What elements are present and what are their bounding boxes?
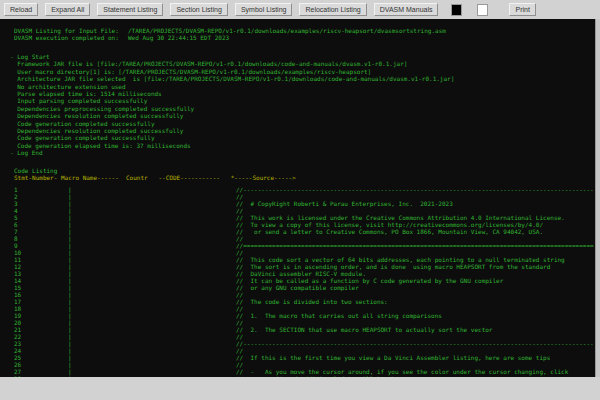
- source-text: //: [236, 305, 243, 312]
- expand-all-button[interactable]: Expand All: [45, 3, 90, 16]
- source-text: //: [236, 319, 243, 326]
- code-listing-row[interactable]: 7 | // or send a letter to Creative Comm…: [10, 228, 594, 235]
- code-listing-row[interactable]: 5 | // This work is licensed under the C…: [10, 214, 594, 221]
- macro-column-bar: |: [64, 263, 236, 270]
- code-listing-row[interactable]: 16 | //: [10, 291, 594, 298]
- statement-number: 28: [10, 375, 64, 377]
- log-line: Parse elapsed time is: 1514 milliseconds: [10, 90, 454, 97]
- statement-number: 6: [10, 221, 64, 228]
- file-info-value: /TAREA/PROJECTS/DVASM-REPO/v1-r0.1/downl…: [128, 27, 446, 34]
- statement-number: 9: [10, 242, 64, 249]
- log-line: User macro directory[1] is: [/TAREA/PROJ…: [10, 68, 454, 75]
- code-listing-row[interactable]: 26 | //: [10, 361, 594, 368]
- statement-number: 23: [10, 340, 64, 347]
- macro-column-bar: |: [64, 333, 236, 340]
- macro-column-bar: |: [64, 361, 236, 368]
- dvasm-manuals-button[interactable]: DVASM Manuals: [374, 3, 439, 16]
- statement-listing-button[interactable]: Statement Listing: [97, 3, 163, 16]
- macro-column-bar: |: [64, 228, 236, 235]
- code-listing-row[interactable]: 19 | // 1. The macro that carries out al…: [10, 312, 594, 319]
- file-info-block: DVASM Listing for Input File: /TAREA/PRO…: [10, 27, 446, 42]
- code-listing-row[interactable]: 13 | // DaVinci assembler RISC-V module.: [10, 270, 594, 277]
- macro-column-bar: |: [64, 368, 236, 375]
- source-text: // 1. The macro that carries out all str…: [236, 312, 442, 319]
- source-text: //: [236, 193, 243, 200]
- scrollbar[interactable]: [595, 19, 600, 377]
- log-line: Input parsing completed successfully: [10, 97, 454, 104]
- source-text: // To view a copy of this license, visit…: [236, 221, 543, 228]
- source-text: //: [236, 235, 243, 242]
- macro-column-bar: |: [64, 214, 236, 221]
- code-listing-row[interactable]: 2 | //: [10, 193, 594, 200]
- source-text: // # CopyRight Roberti & Parau Enterpris…: [236, 200, 453, 207]
- file-info-value: Wed Aug 30 22:44:15 EDT 2023: [128, 34, 229, 41]
- code-listing-row[interactable]: 14 | // It can be called as a function b…: [10, 277, 594, 284]
- statement-number: 14: [10, 277, 64, 284]
- code-listing-header: Code Listing Stmt-Number- Macro Name----…: [10, 167, 296, 182]
- code-listing-columns-header: Stmt-Number- Macro Name------ Countr --C…: [10, 174, 296, 181]
- code-listing-row[interactable]: 23 | //---------------------------------…: [10, 340, 594, 347]
- code-listing-row[interactable]: 3 | // # CopyRight Roberti & Parau Enter…: [10, 200, 594, 207]
- statement-number: 26: [10, 361, 64, 368]
- code-listing-row[interactable]: 10 | //: [10, 249, 594, 256]
- code-listing: 1 | //----------------------------------…: [10, 186, 594, 377]
- log-line: Framework JAR file is [file:/TAREA/PROJE…: [10, 60, 454, 67]
- code-listing-row[interactable]: 25 | // If this is the first time you vi…: [10, 354, 594, 361]
- source-text: //: [236, 249, 243, 256]
- source-text: // - As you move the cursor around, if y…: [236, 368, 568, 375]
- black-color-swatch-button[interactable]: [451, 4, 462, 16]
- relocation-listing-button[interactable]: Relocation Listing: [299, 3, 366, 16]
- file-info-label: DVASM Listing for Input File:: [10, 27, 128, 34]
- statement-number: 18: [10, 305, 64, 312]
- code-listing-row[interactable]: 18 | //: [10, 305, 594, 312]
- code-listing-row[interactable]: 27 | // - As you move the cursor around,…: [10, 368, 594, 375]
- macro-column-bar: |: [64, 207, 236, 214]
- statement-number: 22: [10, 333, 64, 340]
- statement-number: 4: [10, 207, 64, 214]
- log-line: - Log End: [10, 149, 454, 156]
- code-listing-row[interactable]: 6 | // To view a copy of this license, v…: [10, 221, 594, 228]
- reload-button[interactable]: Reload: [4, 3, 38, 16]
- statement-number: 1: [10, 186, 64, 193]
- code-listing-row[interactable]: 21 | // 2. The SECTION that use macro HE…: [10, 326, 594, 333]
- macro-column-bar: |: [64, 256, 236, 263]
- code-listing-row[interactable]: 20 | //: [10, 319, 594, 326]
- symbol-listing-button[interactable]: Symbol Listing: [235, 3, 293, 16]
- code-listing-title: Code Listing: [10, 167, 296, 174]
- code-listing-row[interactable]: 24 | //: [10, 347, 594, 354]
- code-listing-row[interactable]: 8 | //: [10, 235, 594, 242]
- source-text: // If this is the first time you view a …: [236, 354, 550, 361]
- statement-number: 10: [10, 249, 64, 256]
- log-line: Code generation completed successfully: [10, 134, 454, 141]
- code-listing-row[interactable]: 12 | // The sort is in ascending order, …: [10, 263, 594, 270]
- code-listing-row[interactable]: 17 | // The code is divided into two sec…: [10, 298, 594, 305]
- code-listing-row[interactable]: 22 | //: [10, 333, 594, 340]
- statement-number: 15: [10, 284, 64, 291]
- macro-column-bar: |: [64, 305, 236, 312]
- code-listing-row[interactable]: 28 | // on it and additional data will b…: [10, 375, 594, 377]
- source-text: //: [236, 347, 243, 354]
- source-text: //--------------------------------------…: [236, 340, 594, 347]
- statement-number: 20: [10, 319, 64, 326]
- code-listing-row[interactable]: 9 | //==================================…: [10, 242, 594, 249]
- macro-column-bar: |: [64, 270, 236, 277]
- statement-number: 5: [10, 214, 64, 221]
- print-button[interactable]: Print: [509, 3, 535, 16]
- source-text: // or any GNU compatible compiler: [236, 284, 359, 291]
- terminal-output: DVASM Listing for Input File: /TAREA/PRO…: [0, 19, 595, 377]
- white-color-swatch-button[interactable]: [477, 4, 488, 16]
- source-text: //: [236, 361, 243, 368]
- macro-column-bar: |: [64, 284, 236, 291]
- statement-number: 21: [10, 326, 64, 333]
- code-listing-row[interactable]: 4 | //: [10, 207, 594, 214]
- macro-column-bar: |: [64, 221, 236, 228]
- macro-column-bar: |: [64, 326, 236, 333]
- statement-number: 25: [10, 354, 64, 361]
- macro-column-bar: |: [64, 375, 236, 377]
- code-listing-row[interactable]: 15 | // or any GNU compatible compiler: [10, 284, 594, 291]
- code-listing-row[interactable]: 1 | //----------------------------------…: [10, 186, 594, 193]
- section-listing-button[interactable]: Section Listing: [170, 3, 228, 16]
- macro-column-bar: |: [64, 291, 236, 298]
- source-text: // This code sort a vector of 64 bits ad…: [236, 256, 565, 263]
- code-listing-row[interactable]: 11 | // This code sort a vector of 64 bi…: [10, 256, 594, 263]
